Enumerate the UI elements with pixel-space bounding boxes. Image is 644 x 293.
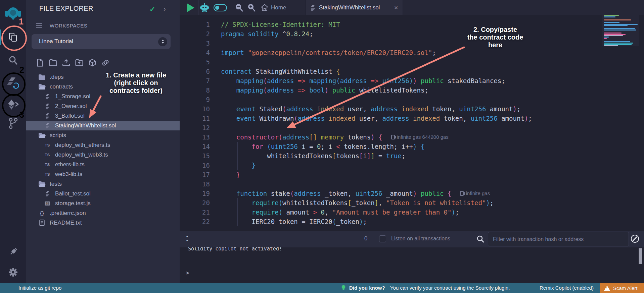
- code-line-16[interactable]: 16 }: [180, 161, 644, 170]
- tree-item-ballot-test-sol[interactable]: Ballot_test.sol: [26, 189, 180, 198]
- code-text: require(_amount > 0, "Amount must be gre…: [210, 208, 459, 217]
- terminal-prompt[interactable]: >: [186, 270, 189, 276]
- workspace-name: Linea Tutorial: [39, 38, 73, 45]
- workspaces-menu-icon[interactable]: [36, 22, 42, 30]
- solidity-file-icon: [311, 4, 316, 11]
- scam-alert-button[interactable]: Scam Alert: [600, 283, 644, 293]
- check-icon: ✓: [149, 5, 155, 13]
- sidebar-item-plugin-manager[interactable]: [0, 245, 26, 257]
- code-line-12[interactable]: 12: [180, 123, 644, 132]
- js-icon: JS: [43, 201, 51, 206]
- terminal-search-icon[interactable]: [476, 235, 485, 243]
- workspace-select[interactable]: Linea Tutorial: [32, 34, 171, 49]
- ts-icon: TS: [43, 143, 51, 147]
- annotation-note-2: 2. Copy/paste the contract code here: [442, 26, 549, 49]
- code-line-7[interactable]: 7 mapping(address => mapping(address => …: [180, 76, 644, 85]
- sidebar-item-settings[interactable]: [0, 266, 26, 278]
- upload-folder-icon[interactable]: [75, 58, 83, 67]
- code-line-22[interactable]: 22 IERC20 token = IERC20(_token);: [180, 217, 644, 226]
- code-line-8[interactable]: 8 mapping(address => bool) public whitel…: [180, 85, 644, 95]
- code-line-15[interactable]: 15 whitelistedTokens[tokens[i]] = true;: [180, 151, 644, 161]
- zoom-in-button[interactable]: [246, 0, 257, 15]
- ipfs-box-icon[interactable]: [88, 58, 96, 67]
- toggle-on-icon: [214, 4, 227, 11]
- code-line-18[interactable]: 18: [180, 179, 644, 189]
- code-line-1[interactable]: 1// SPDX-License-Identifier: MIT: [180, 20, 644, 29]
- code-text: [210, 123, 221, 132]
- code-line-11[interactable]: 11 event Withdrawn(address indexed user,…: [180, 114, 644, 123]
- transaction-filter-input[interactable]: [488, 232, 629, 246]
- tree-item--prettierrc-json[interactable]: { }.prettierrc.json: [26, 208, 180, 218]
- tree-item-label: scripts: [50, 132, 66, 139]
- init-git-repo-button[interactable]: Initialize as git repo: [18, 285, 61, 291]
- tree-item-2-owner-sol[interactable]: 2_Owner.sol: [26, 101, 180, 111]
- listen-checkbox[interactable]: [379, 235, 386, 242]
- sidebar-item-search[interactable]: [0, 55, 26, 66]
- annotation-circle-2: [2, 72, 26, 96]
- tab-close-icon[interactable]: ×: [394, 4, 398, 11]
- code-editor[interactable]: 1// SPDX-License-Identifier: MIT2pragma …: [180, 15, 644, 231]
- code-text: mapping(address => bool) public whitelis…: [210, 85, 428, 95]
- code-text: function stake(address _token, uint256 _…: [210, 189, 451, 198]
- code-line-14[interactable]: 14 for (uint256 i = 0; i < tokens.length…: [180, 142, 644, 151]
- code-line-21[interactable]: 21 require(_amount > 0, "Amount must be …: [180, 208, 644, 217]
- code-text: IERC20 token = IERC20(_token);: [210, 217, 367, 226]
- robot-icon: [199, 3, 210, 13]
- annotation-circle-1: [1, 25, 27, 51]
- remix-copilot-status[interactable]: Remix Copilot (enabled): [540, 285, 594, 291]
- tree-item-ethers-lib-ts[interactable]: TSethers-lib.ts: [26, 160, 180, 169]
- upload-file-icon[interactable]: [62, 58, 70, 67]
- expand-terminal-icon[interactable]: ⌄⌄: [185, 233, 189, 241]
- code-line-9[interactable]: 9: [180, 95, 644, 104]
- tree-item-readme-txt[interactable]: README.txt: [26, 218, 180, 228]
- remix-ide-window: FILE EXPLORER ✓ › WORKSPACES Linea Tutor…: [0, 0, 644, 293]
- home-tab-label[interactable]: Home: [271, 0, 286, 15]
- code-line-17[interactable]: 17 }: [180, 170, 644, 179]
- line-number: 22: [180, 217, 210, 226]
- tree-item-deploy-with-ethers-ts[interactable]: TSdeploy_with_ethers.ts: [26, 140, 180, 150]
- code-line-6[interactable]: 6contract StakingWithWhitelist {: [180, 67, 644, 76]
- code-line-2[interactable]: 2pragma solidity ^0.8.24;: [180, 29, 644, 39]
- chevron-right-icon[interactable]: ›: [164, 5, 166, 13]
- tree-item-tests[interactable]: tests: [26, 179, 180, 189]
- zoom-out-icon: [235, 3, 243, 12]
- tree-item-storage-test-js[interactable]: JSstorage.test.js: [26, 198, 180, 208]
- tree-item-deploy-with-web3-ts[interactable]: TSdeploy_with_web3.ts: [26, 150, 180, 160]
- git-icon: [8, 118, 18, 129]
- editor-minimap[interactable]: [602, 14, 639, 46]
- code-line-13[interactable]: 13 constructor(address[] memory tokens) …: [180, 132, 644, 142]
- annotation-step-3: 3: [19, 110, 24, 120]
- run-script-button[interactable]: [186, 0, 196, 15]
- tree-item-3-ballot-sol[interactable]: 3_Ballot.sol: [26, 111, 180, 121]
- code-line-10[interactable]: 10 event Staked(address indexed user, ad…: [180, 104, 644, 114]
- code-line-3[interactable]: 3: [180, 39, 644, 48]
- workspace-dropdown-icon[interactable]: [158, 37, 167, 46]
- status-bar: Initialize as git repo Did you know? You…: [0, 283, 644, 293]
- code-line-5[interactable]: 5: [180, 57, 644, 67]
- new-file-icon[interactable]: [36, 58, 44, 67]
- zoom-out-button[interactable]: [233, 0, 245, 15]
- clear-console-icon[interactable]: [631, 235, 639, 243]
- did-you-know-label: Did you know?: [349, 285, 385, 291]
- gear-icon: [8, 267, 18, 277]
- line-number: 18: [180, 179, 210, 189]
- tree-item-web3-lib-ts[interactable]: TSweb3-lib.ts: [26, 169, 180, 179]
- terminal-scrollbar[interactable]: [639, 248, 642, 264]
- code-line-4[interactable]: 4import "@openzeppelin/contracts/token/E…: [180, 48, 644, 57]
- tab-stakingwithwhitelist[interactable]: StakingWithWhitelist.sol ×: [306, 0, 403, 15]
- code-text: [210, 179, 221, 189]
- tree-item-scripts[interactable]: scripts: [26, 130, 180, 140]
- code-text: [210, 57, 221, 67]
- code-line-20[interactable]: 20 require(whitelistedTokens[_token], "T…: [180, 198, 644, 208]
- copilot-robot-button[interactable]: [198, 0, 211, 15]
- copilot-toggle[interactable]: [213, 0, 228, 15]
- new-folder-icon[interactable]: [49, 58, 57, 67]
- play-icon: [187, 3, 194, 12]
- home-tab[interactable]: [260, 0, 270, 15]
- link-icon[interactable]: [101, 58, 109, 67]
- line-number: 14: [180, 142, 210, 151]
- annotation-note-1: 1. Create a new file (right click on con…: [82, 71, 190, 95]
- annotation-step-1: 1: [19, 17, 24, 26]
- code-line-19[interactable]: 19 function stake(address _token, uint25…: [180, 189, 644, 198]
- tree-item-stakingwithwhitelist-sol[interactable]: StakingWithWhitelist.sol: [26, 121, 180, 130]
